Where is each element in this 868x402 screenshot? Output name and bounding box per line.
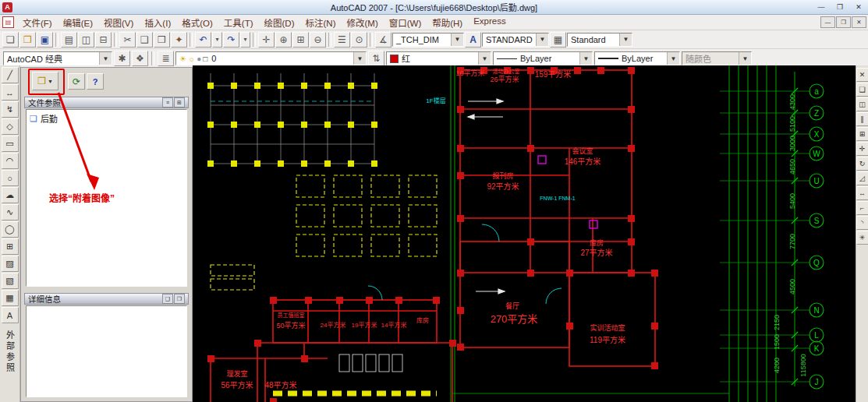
preview-view-button[interactable]: ❐ xyxy=(174,294,185,304)
child-restore-button[interactable]: ❐ xyxy=(836,16,851,28)
table-style-combo[interactable]: Standard ▼ xyxy=(567,33,632,47)
text-style-icon[interactable]: A xyxy=(465,32,481,48)
save-button[interactable]: ▣ xyxy=(37,32,53,48)
child-minimize-button[interactable]: — xyxy=(820,16,835,28)
explode-tool-icon[interactable]: ✳ xyxy=(856,231,868,245)
move-tool-icon[interactable]: ✛ xyxy=(856,142,868,156)
redo-options-button[interactable]: ▾ xyxy=(240,32,250,48)
zoom-window-button[interactable]: ⊞ xyxy=(292,32,309,48)
child-close-button[interactable]: ✕ xyxy=(852,16,866,28)
designcenter-button[interactable]: ⊙ xyxy=(351,32,367,48)
layer-combo[interactable]: ☀☼●□ 0 ▼ xyxy=(175,51,367,65)
paste-button[interactable]: ❒ xyxy=(154,32,170,48)
menu-item-标注N[interactable]: 标注(N) xyxy=(300,15,342,30)
tree-view-button[interactable]: ⊞ xyxy=(174,97,185,108)
array-tool-icon[interactable]: ⊞ xyxy=(856,127,868,141)
chevron-down-icon[interactable]: ▼ xyxy=(478,52,491,65)
color-combo[interactable]: 红 ▼ xyxy=(386,51,491,65)
list-view-button[interactable]: ≡ xyxy=(162,97,173,108)
details-view-button[interactable]: ❑ xyxy=(162,294,173,304)
attach-reference-button[interactable]: ❐▼ xyxy=(32,72,58,90)
zoom-previous-button[interactable]: ⊖ xyxy=(310,32,326,48)
insert-block-tool-icon[interactable]: ⊞ xyxy=(2,238,19,255)
palette-vertical-title[interactable]: 外部参照 xyxy=(4,330,16,374)
circle-tool-icon[interactable]: ○ xyxy=(2,170,19,186)
undo-options-button[interactable]: ▾ xyxy=(212,32,222,48)
undo-button[interactable]: ↶ xyxy=(195,32,211,48)
publish-button[interactable]: ⊟ xyxy=(95,32,112,48)
chevron-down-icon[interactable]: ▼ xyxy=(579,52,592,65)
cut-button[interactable]: ✂ xyxy=(119,32,136,48)
chevron-down-icon[interactable]: ▼ xyxy=(619,34,632,46)
open-button[interactable]: ❐ xyxy=(19,32,36,48)
copy-button[interactable]: ❑ xyxy=(136,32,153,48)
line-tool-icon[interactable]: ╱ xyxy=(2,67,19,83)
plot-preview-button[interactable]: ◫ xyxy=(78,32,94,48)
match-properties-button[interactable]: ✦ xyxy=(171,32,187,48)
close-button[interactable]: ✕ xyxy=(849,2,868,13)
table-style-icon[interactable]: ▦ xyxy=(550,32,566,48)
arc-tool-icon[interactable]: ◠ xyxy=(2,153,19,169)
chevron-down-icon[interactable]: ▼ xyxy=(667,52,679,65)
plot-button[interactable]: ▤ xyxy=(61,32,77,48)
menu-item-文件F[interactable]: 文件(F) xyxy=(17,15,58,30)
zoom-realtime-button[interactable]: ⊕ xyxy=(275,32,292,48)
menu-item-修改M[interactable]: 修改(M) xyxy=(341,15,383,30)
copy-object-tool-icon[interactable]: ❑ xyxy=(856,83,868,97)
menu-item-视图V[interactable]: 视图(V) xyxy=(98,15,139,30)
workspace-settings-button[interactable]: ✱ xyxy=(114,51,130,66)
chevron-down-icon[interactable]: ▼ xyxy=(536,34,548,46)
spline-tool-icon[interactable]: ∿ xyxy=(2,204,19,220)
offset-tool-icon[interactable]: ∥ xyxy=(856,112,868,126)
chevron-down-icon[interactable]: ▼ xyxy=(99,52,112,65)
chevron-down-icon[interactable]: ▼ xyxy=(353,52,366,65)
mtext-tool-icon[interactable]: A xyxy=(2,307,19,323)
construction-line-tool-icon[interactable]: ↔ xyxy=(2,84,19,100)
reference-tree-item[interactable]: ❏ 后勤 xyxy=(27,110,186,127)
redo-button[interactable]: ↷ xyxy=(223,32,239,48)
minimize-button[interactable]: — xyxy=(812,2,831,13)
menu-item-工具T[interactable]: 工具(T) xyxy=(218,15,259,30)
dim-style-combo[interactable]: _TCH_DIM ▼ xyxy=(392,33,464,47)
pan-button[interactable]: ✛ xyxy=(258,32,275,48)
workspace-save-button[interactable]: ❖ xyxy=(132,51,148,66)
ellipse-tool-icon[interactable]: ◯ xyxy=(2,221,19,238)
linetype-combo[interactable]: ByLayer ▼ xyxy=(493,51,593,65)
text-style-combo[interactable]: STANDARD ▼ xyxy=(482,33,549,47)
polygon-tool-icon[interactable]: ◇ xyxy=(2,118,19,135)
scale-tool-icon[interactable]: ◿ xyxy=(856,171,868,185)
hatch-tool-icon[interactable]: ▨ xyxy=(2,256,19,272)
dim-style-icon[interactable]: ∡ xyxy=(375,32,391,48)
menu-item-绘图D[interactable]: 绘图(D) xyxy=(259,15,300,30)
layer-properties-button[interactable]: ≣ xyxy=(158,51,174,66)
revision-cloud-tool-icon[interactable]: ☁ xyxy=(2,187,19,203)
help-button[interactable]: ? xyxy=(87,73,104,90)
table-tool-icon[interactable]: ▦ xyxy=(2,290,19,306)
mirror-tool-icon[interactable]: ◫ xyxy=(856,97,868,111)
menu-item-格式O[interactable]: 格式(O) xyxy=(176,15,218,30)
menu-item-帮助H[interactable]: 帮助(H) xyxy=(427,15,468,30)
menu-item-窗口W[interactable]: 窗口(W) xyxy=(384,15,427,30)
drawing-canvas[interactable]: aZXWUSQNLKJ43005100300046505400770045002… xyxy=(193,65,856,402)
chevron-down-icon[interactable]: ▼ xyxy=(48,79,53,84)
menu-item-插入I[interactable]: 插入(I) xyxy=(139,15,176,30)
stretch-tool-icon[interactable]: ↔ xyxy=(856,186,868,200)
lineweight-combo[interactable]: ByLayer ▼ xyxy=(594,51,680,65)
qnew-button[interactable]: ❏ xyxy=(2,32,19,48)
gradient-tool-icon[interactable]: ▧ xyxy=(2,273,19,289)
details-panel[interactable] xyxy=(26,305,187,397)
fillet-tool-icon[interactable]: ◝ xyxy=(856,216,868,230)
chevron-down-icon[interactable]: ▼ xyxy=(451,34,463,46)
erase-tool-icon[interactable]: ✕ xyxy=(856,68,868,82)
rectangle-tool-icon[interactable]: ▭ xyxy=(2,136,19,152)
menu-item-编辑E[interactable]: 编辑(E) xyxy=(58,15,98,30)
trim-tool-icon[interactable]: ⌐ xyxy=(856,201,868,215)
menu-item-Express[interactable]: Express xyxy=(468,15,512,30)
workspace-combo[interactable]: AutoCAD 经典 ▼ xyxy=(3,51,112,65)
polyline-tool-icon[interactable]: ↯ xyxy=(2,101,19,118)
rotate-tool-icon[interactable]: ↻ xyxy=(856,157,868,171)
properties-button[interactable]: ☰ xyxy=(334,32,350,48)
refresh-button[interactable]: ⟳ xyxy=(68,73,85,90)
layer-states-button[interactable]: ⇅ xyxy=(368,51,384,66)
maximize-button[interactable]: ❐ xyxy=(831,2,849,13)
